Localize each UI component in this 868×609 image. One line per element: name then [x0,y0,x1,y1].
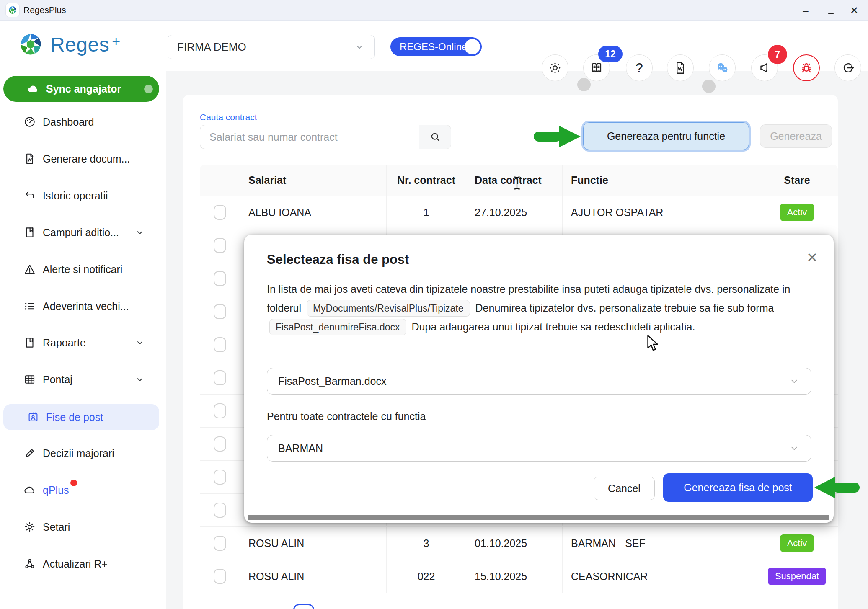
sidebar-item-label: Dashboard [43,116,94,128]
close-icon[interactable]: ✕ [806,250,818,266]
row-checkbox[interactable] [214,436,226,452]
sidebar-item-adeverinta-vechi[interactable]: Adeverinta vechi... [0,293,166,319]
pinwheel-logo-icon [8,5,18,15]
grid-table-icon [23,373,36,386]
badge-person-icon [27,411,39,423]
logout-button[interactable] [834,54,861,81]
sidebar-item-label: Sync angajator [46,83,121,95]
bookmark-page-icon [23,226,36,239]
row-checkbox[interactable] [214,503,226,518]
share-nodes-icon [23,557,36,570]
history-undo-icon [23,189,36,202]
row-checkbox[interactable] [214,569,226,584]
row-checkbox[interactable] [214,271,226,286]
modal-text-2: Denumirea tipizatelor dvs. personalizate… [475,302,774,314]
reges-online-toggle[interactable]: REGES-Online [390,37,482,56]
template-select[interactable]: FisaPost_Barman.docx [267,368,811,395]
row-checkbox-cell [200,328,240,361]
notification-badge: 7 [768,45,787,64]
maximize-button[interactable] [821,3,840,18]
sidebar-item-istoric-operatii[interactable]: Istoric operatii [0,183,166,209]
sidebar-item-setari[interactable]: Setari [0,514,166,540]
cell-data-contract: 27.10.2025 [466,196,563,229]
pagination-page-1[interactable] [293,604,314,609]
row-checkbox[interactable] [214,470,226,485]
sidebar-item-qplus[interactable]: qPlus [0,477,166,503]
minimize-button[interactable]: – [796,3,815,18]
sidebar-item-rapoarte[interactable]: Rapoarte [0,330,166,356]
status-badge: Activ [780,534,814,552]
column-header-nr-contract: Nr. contract [387,165,466,196]
row-checkbox[interactable] [214,370,226,385]
cancel-button[interactable]: Cancel [594,477,655,500]
titlebar: RegesPlus – ✕ [0,0,868,21]
cloud-sync-icon [27,83,39,95]
chevron-down-icon [135,338,145,348]
row-checkbox-cell [200,196,240,229]
generate-for-function-button[interactable]: Genereaza pentru functie [583,122,749,150]
close-window-button[interactable]: ✕ [845,3,864,18]
row-checkbox[interactable] [214,205,226,220]
cell-stare: Suspendat [756,560,838,593]
search-input[interactable] [200,125,419,149]
cell-data-contract: 15.10.2025 [466,560,563,593]
sidebar-item-campuri-aditio[interactable]: Campuri aditio... [0,219,166,245]
sidebar-item-decizii-majorari[interactable]: Decizii majorari [0,440,166,466]
header: Reges + FIRMA DEMO REGES-Online 12?7 [0,21,868,71]
brand-plus: + [112,33,120,49]
row-checkbox[interactable] [214,304,226,319]
cell-nr-contract: 1 [387,196,466,229]
sidebar-item-generare-docum[interactable]: Generare docum... [0,146,166,172]
status-badge: Suspendat [768,568,826,585]
notification-badge: 12 [598,46,623,62]
decorative-dot [577,78,591,91]
row-checkbox[interactable] [214,536,226,551]
theme-sun-button[interactable] [542,54,568,81]
sidebar-item-label: Istoric operatii [43,190,108,202]
cell-salariat: ROSU ALIN [240,560,387,593]
warning-triangle-icon [23,263,36,276]
sidebar-item-sync-angajator[interactable]: Sync angajator [3,76,159,102]
theme-sun-icon [548,61,562,75]
bookmark-page-icon [23,336,36,349]
sidebar-item-alerte-si-notificari[interactable]: Alerte si notificari [0,256,166,282]
column-header-stare: Stare [756,165,838,196]
generate-fisa-button[interactable]: Genereaza fisa de post [663,473,813,502]
row-checkbox-cell [200,461,240,493]
sidebar-item-label: Setari [43,521,70,533]
cell-nr-contract: 3 [387,527,466,560]
function-select[interactable]: BARMAN [267,435,811,462]
chevron-down-icon [135,374,145,384]
sidebar-item-label: Alerte si notificari [43,263,122,276]
help-button[interactable]: ? [626,54,653,81]
status-badge: Activ [780,204,814,221]
sidebar-item-actualizari-r[interactable]: Actualizari R+ [0,551,166,577]
cell-data-contract: 01.10.2025 [466,527,563,560]
word-document-icon [673,61,687,75]
row-checkbox-cell [200,361,240,394]
sidebar-item-label: qPlus [43,484,69,496]
toggle-knob [465,39,480,54]
row-checkbox[interactable] [214,238,226,253]
chat-button[interactable] [709,54,736,81]
row-checkbox[interactable] [214,337,226,352]
chevron-down-icon [788,375,800,387]
row-checkbox-cell [200,494,240,526]
horizontal-scrollbar[interactable] [248,515,829,520]
maximize-icon [828,8,834,14]
bug-button[interactable] [793,54,820,81]
generate-button[interactable]: Genereaza [760,124,832,148]
chat-icon [715,61,729,75]
sidebar-item-dashboard[interactable]: Dashboard [0,109,166,135]
app-title: RegesPlus [23,5,66,15]
word-document-button[interactable] [667,54,694,81]
company-selector[interactable]: FIRMA DEMO [168,35,375,59]
filename-pattern-chip: FisaPost_denumireFisa.docx [269,319,406,335]
cell-salariat: ROSU ALIN [240,527,387,560]
sidebar-item-fise-de-post[interactable]: Fise de post [3,404,159,430]
search-button[interactable] [419,125,451,149]
sidebar-item-label: Campuri aditio... [43,227,119,239]
sidebar-item-pontaj[interactable]: Pontaj [0,366,166,392]
row-checkbox[interactable] [214,403,226,418]
sidebar-item-label: Decizii majorari [43,447,114,459]
